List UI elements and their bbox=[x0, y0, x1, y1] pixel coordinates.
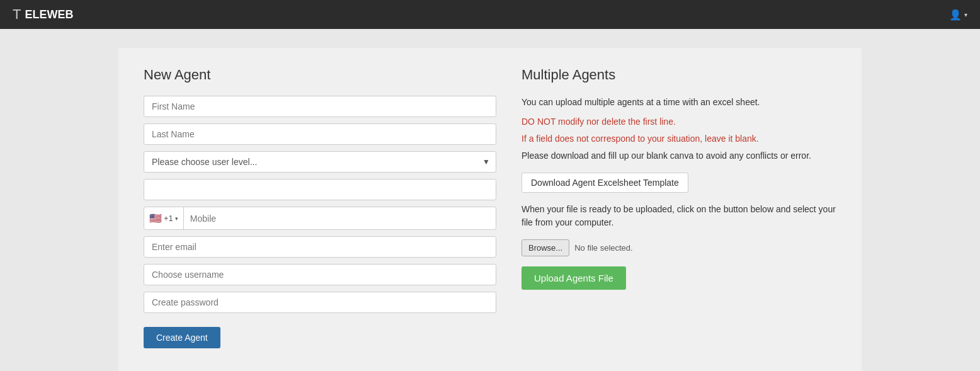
phone-caret-icon: ▾ bbox=[175, 215, 178, 222]
mobile-input[interactable] bbox=[184, 208, 496, 229]
main-content: New Agent Please choose user level... ▼ … bbox=[0, 29, 980, 371]
phone-group: 🇺🇸 +1 ▾ bbox=[144, 207, 496, 230]
new-agent-title: New Agent bbox=[144, 67, 496, 83]
user-caret-icon: ▾ bbox=[964, 11, 967, 18]
upload-agents-button[interactable]: Upload Agents File bbox=[521, 266, 626, 290]
user-menu[interactable]: 👤 ▾ bbox=[949, 9, 967, 21]
flag-icon: 🇺🇸 bbox=[149, 212, 162, 224]
last-name-input[interactable] bbox=[144, 123, 496, 145]
navbar: T ELEWEB 👤 ▾ bbox=[0, 0, 980, 29]
multiple-agents-panel: Multiple Agents You can upload multiple … bbox=[521, 67, 836, 348]
user-level-select[interactable]: Please choose user level... bbox=[144, 151, 496, 173]
brand-name: ELEWEB bbox=[25, 8, 73, 21]
first-name-group bbox=[144, 96, 496, 117]
company-group: Teleweb bbox=[144, 179, 496, 200]
last-name-group bbox=[144, 123, 496, 145]
first-name-input[interactable] bbox=[144, 96, 496, 117]
phone-code: +1 bbox=[164, 214, 173, 223]
navbar-brand[interactable]: T ELEWEB bbox=[13, 6, 73, 23]
username-group bbox=[144, 264, 496, 285]
brand-tau-icon: T bbox=[13, 6, 21, 23]
create-agent-button[interactable]: Create Agent bbox=[144, 327, 220, 348]
warning1-text: DO NOT modify nor delete the first line. bbox=[521, 115, 836, 128]
user-icon: 👤 bbox=[949, 9, 962, 21]
card: New Agent Please choose user level... ▼ … bbox=[118, 48, 862, 371]
browse-button[interactable]: Browse... bbox=[521, 239, 569, 256]
info-text: Please download and fill up our blank ca… bbox=[521, 149, 836, 163]
description-text: You can upload multiple agents at a time… bbox=[521, 96, 836, 109]
username-input[interactable] bbox=[144, 264, 496, 285]
no-file-label: No file selected. bbox=[574, 243, 633, 253]
multiple-agents-title: Multiple Agents bbox=[521, 67, 836, 83]
new-agent-panel: New Agent Please choose user level... ▼ … bbox=[144, 67, 496, 348]
upload-info-text: When your file is ready to be uploaded, … bbox=[521, 203, 836, 229]
password-group bbox=[144, 292, 496, 313]
company-input[interactable]: Teleweb bbox=[144, 179, 496, 200]
download-template-button[interactable]: Download Agent Excelsheet Template bbox=[521, 173, 688, 193]
email-group bbox=[144, 236, 496, 258]
warning2-text: If a field does not correspond to your s… bbox=[521, 132, 836, 146]
phone-flag-selector[interactable]: 🇺🇸 +1 ▾ bbox=[144, 207, 184, 229]
file-input-row: Browse... No file selected. bbox=[521, 239, 836, 256]
email-input[interactable] bbox=[144, 236, 496, 258]
user-level-group: Please choose user level... ▼ bbox=[144, 151, 496, 173]
password-input[interactable] bbox=[144, 292, 496, 313]
